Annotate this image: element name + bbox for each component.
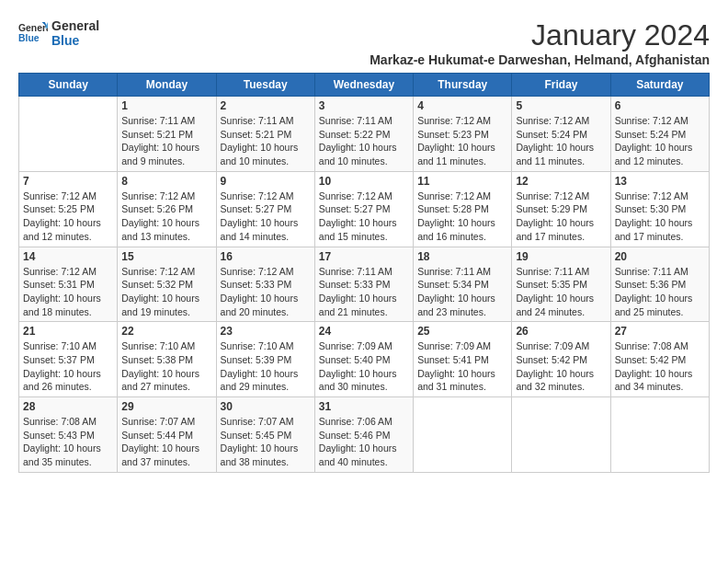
day-number: 5 — [516, 99, 606, 112]
day-number: 28 — [23, 400, 113, 413]
day-info: Sunrise: 7:12 AMSunset: 5:24 PMDaylight:… — [516, 114, 606, 168]
table-row — [19, 97, 118, 172]
day-info: Sunrise: 7:12 AMSunset: 5:25 PMDaylight:… — [23, 190, 113, 244]
day-number: 17 — [319, 250, 409, 263]
logo-icon: General Blue — [18, 20, 48, 46]
header-tuesday: Tuesday — [216, 74, 314, 97]
day-number: 26 — [516, 325, 606, 338]
day-number: 18 — [417, 250, 507, 263]
day-info: Sunrise: 7:11 AMSunset: 5:36 PMDaylight:… — [615, 265, 705, 319]
day-number: 31 — [319, 400, 409, 413]
day-info: Sunrise: 7:12 AMSunset: 5:31 PMDaylight:… — [23, 265, 113, 319]
day-number: 30 — [221, 400, 311, 413]
day-info: Sunrise: 7:12 AMSunset: 5:29 PMDaylight:… — [516, 190, 606, 244]
day-number: 12 — [516, 175, 606, 188]
day-number: 23 — [221, 325, 311, 338]
table-row: 8Sunrise: 7:12 AMSunset: 5:26 PMDaylight… — [118, 171, 216, 247]
logo: General Blue General Blue — [18, 18, 99, 48]
logo-text-line2: Blue — [51, 33, 99, 48]
day-info: Sunrise: 7:07 AMSunset: 5:44 PMDaylight:… — [121, 415, 211, 469]
day-info: Sunrise: 7:11 AMSunset: 5:35 PMDaylight:… — [516, 265, 606, 319]
table-row: 30Sunrise: 7:07 AMSunset: 5:45 PMDayligh… — [216, 397, 314, 473]
table-row: 29Sunrise: 7:07 AMSunset: 5:44 PMDayligh… — [118, 397, 216, 473]
header-wednesday: Wednesday — [314, 74, 413, 97]
day-number: 8 — [121, 175, 211, 188]
table-row: 7Sunrise: 7:12 AMSunset: 5:25 PMDaylight… — [19, 171, 118, 247]
table-row — [512, 397, 610, 473]
page-header: General Blue General Blue January 2024 M… — [18, 18, 710, 67]
day-info: Sunrise: 7:09 AMSunset: 5:41 PMDaylight:… — [417, 339, 507, 394]
table-row: 26Sunrise: 7:09 AMSunset: 5:42 PMDayligh… — [512, 322, 610, 397]
header-monday: Monday — [118, 74, 216, 97]
day-info: Sunrise: 7:12 AMSunset: 5:28 PMDaylight:… — [417, 190, 507, 244]
table-row — [414, 397, 512, 473]
table-row: 25Sunrise: 7:09 AMSunset: 5:41 PMDayligh… — [414, 322, 512, 397]
day-number: 7 — [23, 175, 113, 188]
table-row: 17Sunrise: 7:11 AMSunset: 5:33 PMDayligh… — [314, 247, 413, 322]
day-info: Sunrise: 7:09 AMSunset: 5:42 PMDaylight:… — [516, 339, 606, 394]
table-row: 5Sunrise: 7:12 AMSunset: 5:24 PMDaylight… — [512, 97, 610, 172]
day-number: 3 — [319, 99, 409, 112]
day-info: Sunrise: 7:09 AMSunset: 5:40 PMDaylight:… — [319, 339, 409, 394]
header-thursday: Thursday — [414, 74, 512, 97]
day-number: 6 — [615, 99, 705, 112]
table-row: 15Sunrise: 7:12 AMSunset: 5:32 PMDayligh… — [118, 247, 216, 322]
table-row: 28Sunrise: 7:08 AMSunset: 5:43 PMDayligh… — [19, 397, 118, 473]
header-sunday: Sunday — [19, 74, 118, 97]
day-info: Sunrise: 7:11 AMSunset: 5:22 PMDaylight:… — [319, 114, 409, 168]
day-info: Sunrise: 7:07 AMSunset: 5:45 PMDaylight:… — [221, 415, 311, 469]
table-row: 22Sunrise: 7:10 AMSunset: 5:38 PMDayligh… — [118, 322, 216, 397]
day-number: 2 — [221, 99, 311, 112]
day-info: Sunrise: 7:08 AMSunset: 5:43 PMDaylight:… — [23, 415, 113, 469]
day-info: Sunrise: 7:12 AMSunset: 5:30 PMDaylight:… — [615, 190, 705, 244]
day-number: 25 — [417, 325, 507, 338]
table-row: 9Sunrise: 7:12 AMSunset: 5:27 PMDaylight… — [216, 171, 314, 247]
day-number: 10 — [319, 175, 409, 188]
day-info: Sunrise: 7:12 AMSunset: 5:24 PMDaylight:… — [615, 114, 705, 168]
day-info: Sunrise: 7:12 AMSunset: 5:33 PMDaylight:… — [221, 265, 311, 319]
table-row — [610, 397, 709, 473]
table-row: 10Sunrise: 7:12 AMSunset: 5:27 PMDayligh… — [314, 171, 413, 247]
day-number: 9 — [221, 175, 311, 188]
day-number: 16 — [221, 250, 311, 263]
day-number: 14 — [23, 250, 113, 263]
header-saturday: Saturday — [610, 74, 709, 97]
table-row: 23Sunrise: 7:10 AMSunset: 5:39 PMDayligh… — [216, 322, 314, 397]
day-number: 20 — [615, 250, 705, 263]
day-number: 29 — [121, 400, 211, 413]
day-number: 19 — [516, 250, 606, 263]
svg-text:General: General — [18, 23, 48, 33]
day-info: Sunrise: 7:06 AMSunset: 5:46 PMDaylight:… — [319, 415, 409, 469]
month-title: January 2024 — [370, 18, 710, 52]
day-info: Sunrise: 7:12 AMSunset: 5:27 PMDaylight:… — [221, 190, 311, 244]
day-info: Sunrise: 7:12 AMSunset: 5:26 PMDaylight:… — [121, 190, 211, 244]
svg-text:Blue: Blue — [18, 33, 40, 43]
table-row: 6Sunrise: 7:12 AMSunset: 5:24 PMDaylight… — [610, 97, 709, 172]
logo-text-line1: General — [51, 18, 99, 33]
day-number: 21 — [23, 325, 113, 338]
table-row: 13Sunrise: 7:12 AMSunset: 5:30 PMDayligh… — [610, 171, 709, 247]
table-row: 12Sunrise: 7:12 AMSunset: 5:29 PMDayligh… — [512, 171, 610, 247]
day-info: Sunrise: 7:11 AMSunset: 5:33 PMDaylight:… — [319, 265, 409, 319]
table-row: 20Sunrise: 7:11 AMSunset: 5:36 PMDayligh… — [610, 247, 709, 322]
day-info: Sunrise: 7:12 AMSunset: 5:32 PMDaylight:… — [121, 265, 211, 319]
calendar-table: Sunday Monday Tuesday Wednesday Thursday… — [18, 73, 710, 473]
day-info: Sunrise: 7:10 AMSunset: 5:38 PMDaylight:… — [121, 339, 211, 394]
table-row: 14Sunrise: 7:12 AMSunset: 5:31 PMDayligh… — [19, 247, 118, 322]
calendar-body: 1Sunrise: 7:11 AMSunset: 5:21 PMDaylight… — [19, 97, 710, 473]
table-row: 16Sunrise: 7:12 AMSunset: 5:33 PMDayligh… — [216, 247, 314, 322]
day-info: Sunrise: 7:11 AMSunset: 5:21 PMDaylight:… — [221, 114, 311, 168]
day-number: 24 — [319, 325, 409, 338]
table-row: 3Sunrise: 7:11 AMSunset: 5:22 PMDaylight… — [314, 97, 413, 172]
day-number: 13 — [615, 175, 705, 188]
table-row: 21Sunrise: 7:10 AMSunset: 5:37 PMDayligh… — [19, 322, 118, 397]
day-number: 27 — [615, 325, 705, 338]
table-row: 1Sunrise: 7:11 AMSunset: 5:21 PMDaylight… — [118, 97, 216, 172]
table-row: 19Sunrise: 7:11 AMSunset: 5:35 PMDayligh… — [512, 247, 610, 322]
table-row: 2Sunrise: 7:11 AMSunset: 5:21 PMDaylight… — [216, 97, 314, 172]
table-row: 31Sunrise: 7:06 AMSunset: 5:46 PMDayligh… — [314, 397, 413, 473]
day-number: 1 — [121, 99, 211, 112]
header-friday: Friday — [512, 74, 610, 97]
day-number: 11 — [417, 175, 507, 188]
day-info: Sunrise: 7:11 AMSunset: 5:34 PMDaylight:… — [417, 265, 507, 319]
